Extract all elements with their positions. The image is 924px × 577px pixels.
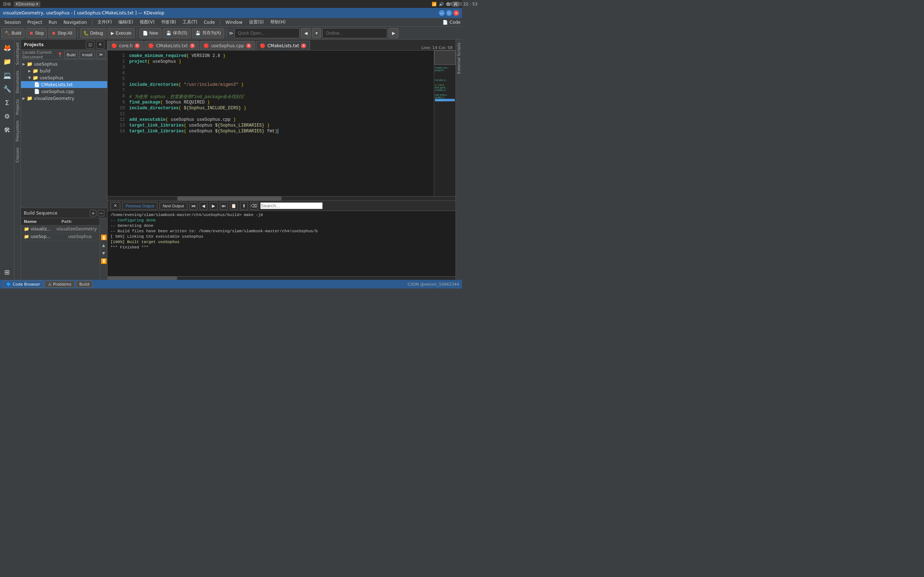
menu-navigation[interactable]: Navigation: [61, 19, 90, 26]
build-seq-row-0[interactable]: 📁 visualiz... visualizeGeometry: [21, 226, 100, 233]
menu-session[interactable]: Session: [2, 19, 24, 26]
output-clear-btn[interactable]: ⌫: [250, 202, 258, 210]
sidebar-apps-icon[interactable]: ⊞: [1, 266, 14, 279]
scrollbar-thumb[interactable]: [177, 197, 281, 200]
menu-run[interactable]: Run: [46, 19, 60, 26]
menu-code-right[interactable]: 📄 Code: [443, 20, 460, 25]
out-line-2: -- Generating done: [110, 223, 452, 229]
panel-build-btn[interactable]: Build: [64, 51, 78, 59]
tree-arrow-viz: ▶: [23, 96, 27, 100]
close-output-btn[interactable]: ✕: [110, 202, 120, 210]
sidebar-files-icon[interactable]: 📁: [1, 55, 14, 68]
taskbar-kdevelop[interactable]: KDevelop ▾: [14, 2, 40, 7]
tree-item-usesophus-cpp[interactable]: 📄 useSophus.cpp: [21, 88, 107, 95]
menu-edit[interactable]: 编辑(E): [115, 18, 136, 26]
save-as-button[interactable]: 💾 另存为(A): [192, 28, 224, 38]
tab-close-button-cmake-1[interactable]: ✕: [190, 43, 195, 48]
output-first-btn[interactable]: ⏮: [189, 202, 197, 210]
output-h-scrollbar[interactable]: [108, 276, 456, 280]
sidebar-settings-icon[interactable]: 🛠: [1, 123, 14, 136]
project-panel-restore-btn[interactable]: ◱: [86, 41, 95, 49]
tree-item-cmakelists[interactable]: 📄 CMakeLists.txt: [21, 81, 107, 88]
taskbar-activities[interactable]: 活动: [3, 2, 11, 7]
menu-view[interactable]: 视图(V): [137, 18, 158, 26]
tree-item-visualizegeometry[interactable]: ▶ 📁 visualizeGeometry: [21, 95, 107, 102]
output-last-btn[interactable]: ⏭: [220, 202, 228, 210]
build-seq-remove-btn[interactable]: −: [98, 210, 104, 216]
tab-close-button-cmake-2[interactable]: ✕: [301, 43, 306, 48]
tree-item-usesophus[interactable]: ▼ 📁 useSophus: [21, 74, 107, 81]
tab-cmake-1[interactable]: 🔴 CMakeLists.txt ✕: [144, 41, 199, 50]
vert-label-scratchpad[interactable]: Scratchpad: [15, 40, 21, 68]
build-seq-move-up-btn[interactable]: ▲: [101, 242, 107, 249]
vert-label-classes[interactable]: Classes: [15, 145, 21, 165]
menu-help[interactable]: 帮助(H): [267, 18, 288, 26]
build-seq-move-bottom-btn[interactable]: ⏬: [101, 258, 107, 265]
code-editor[interactable]: 1 cmake_minimum_required( VERSION 2.8 ) …: [108, 50, 434, 196]
menu-code[interactable]: Code: [201, 19, 218, 26]
sidebar-terminal-icon[interactable]: 💻: [1, 69, 14, 82]
prev-output-btn[interactable]: Previous Output: [122, 202, 157, 210]
tab-close-button-core-h[interactable]: ✕: [135, 43, 140, 48]
project-panel-close-btn[interactable]: ✕: [96, 41, 104, 49]
build-button[interactable]: 🔨 Build: [2, 28, 24, 38]
minimize-button[interactable]: —: [439, 10, 445, 16]
code-line-14: 14 target_link_libraries( useSophus ${So…: [110, 129, 431, 134]
project-panel-header: Projects ◱ ✕: [21, 40, 107, 50]
editor-horizontal-scrollbar[interactable]: [108, 196, 456, 200]
tree-item-usesophus-root[interactable]: ▶ 📁 useSophus: [21, 61, 107, 68]
save-button[interactable]: 💾 保存(S): [163, 28, 191, 38]
panel-more-btn[interactable]: ≫: [96, 51, 106, 59]
sidebar-gear-icon[interactable]: ⚙: [1, 110, 14, 122]
execute-button[interactable]: ▶ Execute: [108, 28, 134, 38]
vert-label-external-scripts[interactable]: External Scripts: [456, 40, 462, 77]
sidebar-firefox-icon[interactable]: 🦊: [1, 41, 14, 54]
close-button[interactable]: ✕: [453, 10, 459, 16]
nav-dropdown-button[interactable]: ▾: [312, 28, 321, 38]
output-scrollbar-thumb[interactable]: [108, 277, 177, 280]
output-copy-btn[interactable]: 📋: [230, 202, 238, 210]
sidebar-matlab-icon[interactable]: Σ: [1, 96, 14, 109]
panel-install-btn[interactable]: Install: [79, 51, 95, 59]
sidebar-qt-icon[interactable]: 🔧: [1, 82, 14, 95]
maximize-button[interactable]: □: [446, 10, 452, 16]
tab-cmake-2[interactable]: 🔴 CMakeLists.txt ✕: [256, 41, 310, 50]
tab-close-button-usesophus[interactable]: ✕: [246, 43, 251, 48]
next-output-btn[interactable]: Next Output: [160, 202, 187, 210]
build-seq-row-1[interactable]: 📁 useSop... useSophus: [21, 233, 100, 240]
output-search-input[interactable]: [260, 202, 323, 209]
build-seq-move-down-btn[interactable]: ▼: [101, 250, 107, 257]
code-line-8: 8 # 为使用 sophus，您需要使用find_package命令找到它: [110, 94, 431, 100]
menu-settings[interactable]: 设置(S): [246, 18, 267, 26]
bottom-tab-problems[interactable]: ⚠ Problems: [45, 280, 75, 288]
nav-back-button[interactable]: ◀: [301, 28, 311, 38]
stop-button[interactable]: ⏹ Stop: [26, 28, 47, 38]
bottom-tab-build[interactable]: Build: [76, 280, 93, 288]
build-seq-title: Build Sequence: [24, 211, 57, 216]
menu-bookmark[interactable]: 书签(B): [158, 18, 179, 26]
tree-item-build[interactable]: ▶ 📁 build: [21, 68, 107, 74]
output-next-btn[interactable]: ▶: [210, 202, 218, 210]
output-prev-btn[interactable]: ◀: [200, 202, 208, 210]
outline-input[interactable]: [322, 28, 387, 38]
tab-core-h[interactable]: 🔴 core.h ✕: [108, 41, 144, 50]
menu-project[interactable]: Project: [24, 19, 45, 26]
debug-button[interactable]: 🐛 Debug: [80, 28, 106, 38]
outline-next-button[interactable]: ▶: [389, 28, 399, 38]
new-button[interactable]: 📄 New: [139, 28, 162, 38]
tab-usesophus-cpp[interactable]: 🔴 useSophus.cpp ✕: [200, 41, 255, 50]
stop-all-button[interactable]: ⏹ Stop All: [48, 28, 76, 38]
menu-file[interactable]: 文件(F): [95, 18, 115, 26]
build-seq-add-btn[interactable]: +: [90, 210, 96, 216]
vert-label-documents[interactable]: Documents: [15, 68, 21, 96]
bottom-tab-code-browser[interactable]: 🔷 Code Browser: [3, 280, 43, 288]
locate-doc-label[interactable]: Locate Current Document: [23, 50, 56, 60]
quick-open-input[interactable]: [234, 28, 300, 38]
menu-window[interactable]: Window: [222, 19, 245, 26]
vert-label-projects[interactable]: Projects: [15, 96, 21, 118]
tree-label-viz: visualizeGeometry: [34, 96, 74, 101]
menu-tools[interactable]: 工具(T): [180, 18, 200, 26]
output-share-btn[interactable]: ⬆: [240, 202, 248, 210]
vert-label-filesystem[interactable]: Filesystem: [15, 118, 21, 144]
build-seq-move-top-btn[interactable]: ⏫: [101, 234, 107, 241]
